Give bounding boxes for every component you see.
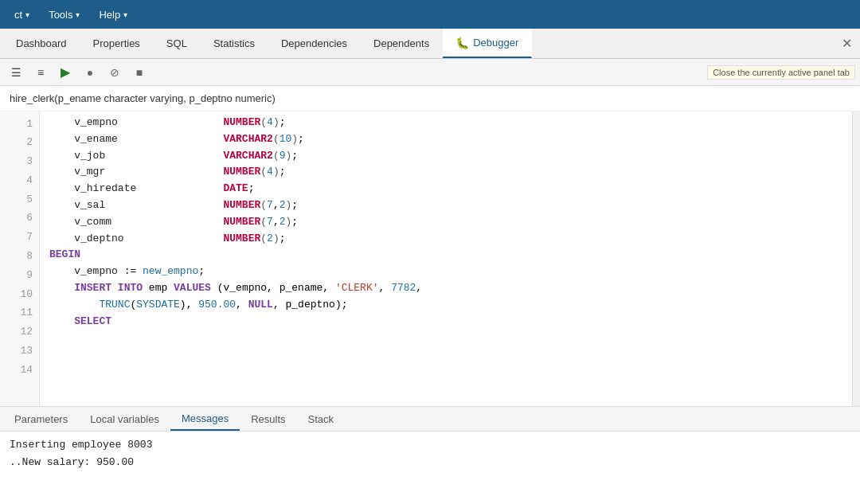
menu-help[interactable]: Help ▾ bbox=[91, 6, 135, 24]
list-icon: ☰ bbox=[11, 66, 22, 79]
code-editor[interactable]: v_empno NUMBER(4); v_ename VARCHAR2(10);… bbox=[40, 111, 852, 406]
ct-arrow-icon: ▾ bbox=[25, 10, 29, 19]
stop-btn[interactable]: ■ bbox=[128, 62, 150, 83]
output-line-2: ..New salary: 950.00 bbox=[10, 454, 850, 471]
vertical-scrollbar[interactable] bbox=[852, 111, 860, 406]
debugger-icon: 🐛 bbox=[455, 37, 469, 49]
code-line-4: v_job VARCHAR2(9); bbox=[49, 148, 852, 165]
code-line-14: SELECT bbox=[49, 314, 852, 330]
code-line-10: BEGIN bbox=[49, 247, 852, 264]
code-area: 1 2 3 4 5 6 7 8 9 10 11 12 13 14 v_empno… bbox=[0, 111, 860, 406]
code-line-6: v_hiredate DATE; bbox=[49, 181, 852, 197]
tools-arrow-icon: ▾ bbox=[76, 10, 80, 19]
tab-results[interactable]: Results bbox=[240, 407, 296, 431]
tab-dependencies[interactable]: Dependencies bbox=[268, 29, 361, 58]
code-line-3: v_ename VARCHAR2(10); bbox=[49, 131, 852, 148]
menu-tools[interactable]: Tools ▾ bbox=[41, 6, 88, 24]
tab-statistics[interactable]: Statistics bbox=[201, 29, 268, 58]
tab-properties[interactable]: Properties bbox=[80, 29, 154, 58]
function-header: hire_clerk(p_ename character varying, p_… bbox=[0, 86, 860, 111]
record-icon: ● bbox=[87, 66, 93, 79]
ordered-list-icon: ≡ bbox=[37, 66, 44, 79]
menu-ct[interactable]: ct ▾ bbox=[6, 6, 37, 24]
code-line-5: v_mgr NUMBER(4); bbox=[49, 164, 852, 181]
close-panel-button[interactable]: ✕ bbox=[834, 29, 860, 58]
toolbar: ☰ ≡ ▶ ● ⊘ ■ Close the currently active p… bbox=[0, 59, 860, 86]
tab-stack[interactable]: Stack bbox=[297, 407, 346, 431]
code-line-9: v_deptno NUMBER(2); bbox=[49, 231, 852, 248]
cancel-btn[interactable]: ⊘ bbox=[104, 62, 126, 83]
tab-messages[interactable]: Messages bbox=[170, 407, 240, 431]
bottom-tab-bar: Parameters Local variables Messages Resu… bbox=[0, 406, 860, 432]
code-line-11: v_empno := new_empno; bbox=[49, 264, 852, 280]
record-btn[interactable]: ● bbox=[79, 62, 101, 83]
ordered-list-btn[interactable]: ≡ bbox=[29, 62, 52, 83]
tooltip-text: Close the currently active panel tab bbox=[707, 65, 855, 80]
unordered-list-btn[interactable]: ☰ bbox=[5, 62, 27, 83]
stop-icon: ■ bbox=[136, 66, 143, 79]
code-line-2: v_empno NUMBER(4); bbox=[49, 115, 852, 131]
code-line-7: v_sal NUMBER(7,2); bbox=[49, 197, 852, 214]
code-line-13: TRUNC(SYSDATE), 950.00, NULL, p_deptno); bbox=[49, 297, 852, 314]
play-btn[interactable]: ▶ bbox=[54, 62, 76, 83]
play-icon: ▶ bbox=[61, 64, 70, 80]
tab-parameters[interactable]: Parameters bbox=[3, 407, 79, 431]
line-numbers: 1 2 3 4 5 6 7 8 9 10 11 12 13 14 bbox=[0, 111, 40, 406]
tab-dashboard[interactable]: Dashboard bbox=[3, 29, 80, 58]
code-line-12: INSERT INTO emp VALUES (v_empno, p_ename… bbox=[49, 280, 852, 297]
menu-bar: ct ▾ Tools ▾ Help ▾ bbox=[0, 0, 860, 29]
cancel-icon: ⊘ bbox=[110, 66, 119, 79]
tab-sql[interactable]: SQL bbox=[154, 29, 201, 58]
output-area: Inserting employee 8003 ..New salary: 95… bbox=[0, 432, 860, 476]
output-line-1: Inserting employee 8003 bbox=[10, 436, 850, 454]
tab-debugger[interactable]: 🐛 Debugger bbox=[443, 29, 532, 58]
tab-bar: Dashboard Properties SQL Statistics Depe… bbox=[0, 29, 860, 59]
help-arrow-icon: ▾ bbox=[123, 10, 127, 19]
tab-local-variables[interactable]: Local variables bbox=[79, 407, 170, 431]
code-line-8: v_comm NUMBER(7,2); bbox=[49, 214, 852, 231]
tab-dependents[interactable]: Dependents bbox=[361, 29, 443, 58]
